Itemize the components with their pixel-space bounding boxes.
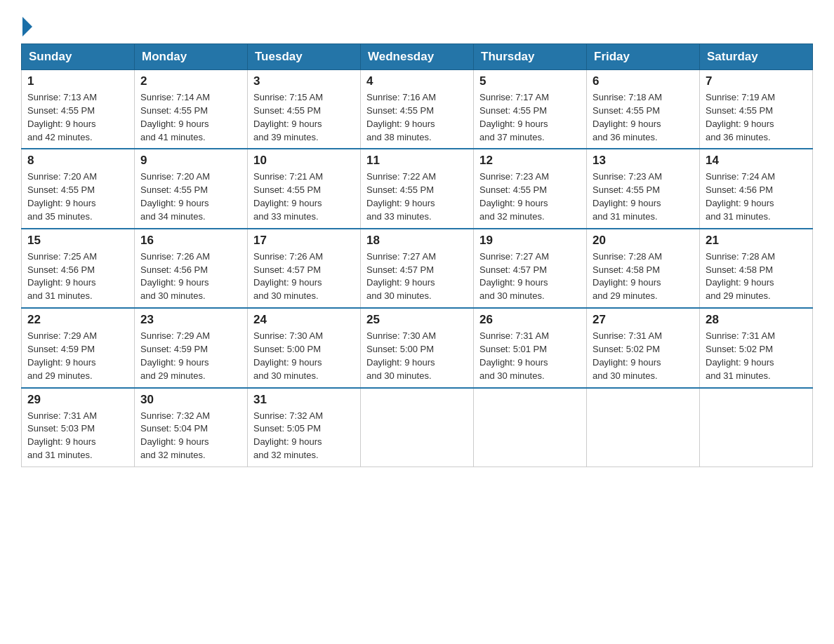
day-info: Sunrise: 7:24 AMSunset: 4:56 PMDaylight:… (706, 170, 807, 223)
calendar-cell: 30Sunrise: 7:32 AMSunset: 5:04 PMDayligh… (135, 388, 248, 467)
day-info: Sunrise: 7:31 AMSunset: 5:02 PMDaylight:… (706, 330, 807, 382)
day-info: Sunrise: 7:25 AMSunset: 4:56 PMDaylight:… (27, 250, 128, 303)
day-number: 17 (253, 234, 355, 248)
day-number: 27 (593, 313, 694, 327)
weekday-header-wednesday: Wednesday (361, 44, 474, 70)
day-number: 2 (140, 74, 241, 88)
day-info: Sunrise: 7:15 AMSunset: 4:55 PMDaylight:… (253, 91, 355, 144)
day-number: 13 (593, 154, 694, 168)
calendar-cell: 7Sunrise: 7:19 AMSunset: 4:55 PMDaylight… (700, 70, 813, 149)
day-info: Sunrise: 7:31 AMSunset: 5:03 PMDaylight:… (27, 410, 128, 462)
day-number: 29 (27, 393, 128, 407)
day-info: Sunrise: 7:32 AMSunset: 5:05 PMDaylight:… (253, 410, 355, 462)
calendar-cell: 11Sunrise: 7:22 AMSunset: 4:55 PMDayligh… (361, 149, 474, 228)
day-info: Sunrise: 7:18 AMSunset: 4:55 PMDaylight:… (593, 91, 694, 144)
calendar-cell: 31Sunrise: 7:32 AMSunset: 5:05 PMDayligh… (248, 388, 361, 467)
day-info: Sunrise: 7:30 AMSunset: 5:00 PMDaylight:… (253, 330, 355, 382)
calendar-cell: 24Sunrise: 7:30 AMSunset: 5:00 PMDayligh… (248, 308, 361, 387)
week-row-2: 8Sunrise: 7:20 AMSunset: 4:55 PMDaylight… (22, 149, 813, 228)
calendar-cell: 22Sunrise: 7:29 AMSunset: 4:59 PMDayligh… (22, 308, 135, 387)
calendar-cell: 28Sunrise: 7:31 AMSunset: 5:02 PMDayligh… (700, 308, 813, 387)
day-number: 23 (140, 313, 241, 327)
day-info: Sunrise: 7:28 AMSunset: 4:58 PMDaylight:… (706, 250, 807, 303)
day-info: Sunrise: 7:29 AMSunset: 4:59 PMDaylight:… (27, 330, 128, 382)
day-number: 5 (479, 74, 581, 88)
day-info: Sunrise: 7:20 AMSunset: 4:55 PMDaylight:… (140, 170, 241, 223)
calendar-cell: 21Sunrise: 7:28 AMSunset: 4:58 PMDayligh… (700, 229, 813, 308)
calendar-cell (587, 388, 700, 467)
day-number: 16 (140, 234, 241, 248)
calendar-cell: 26Sunrise: 7:31 AMSunset: 5:01 PMDayligh… (474, 308, 587, 387)
calendar-cell: 14Sunrise: 7:24 AMSunset: 4:56 PMDayligh… (700, 149, 813, 228)
week-row-3: 15Sunrise: 7:25 AMSunset: 4:56 PMDayligh… (22, 229, 813, 308)
page-header (21, 14, 813, 36)
day-number: 26 (479, 313, 581, 327)
weekday-header-friday: Friday (587, 44, 700, 70)
day-info: Sunrise: 7:27 AMSunset: 4:57 PMDaylight:… (479, 250, 581, 303)
calendar-cell: 23Sunrise: 7:29 AMSunset: 4:59 PMDayligh… (135, 308, 248, 387)
day-number: 15 (27, 234, 128, 248)
calendar-cell: 20Sunrise: 7:28 AMSunset: 4:58 PMDayligh… (587, 229, 700, 308)
calendar-cell: 15Sunrise: 7:25 AMSunset: 4:56 PMDayligh… (22, 229, 135, 308)
day-info: Sunrise: 7:26 AMSunset: 4:56 PMDaylight:… (140, 250, 241, 303)
logo (21, 14, 32, 36)
calendar-table: SundayMondayTuesdayWednesdayThursdayFrid… (21, 43, 813, 467)
day-info: Sunrise: 7:29 AMSunset: 4:59 PMDaylight:… (140, 330, 241, 382)
day-number: 7 (706, 74, 807, 88)
week-row-5: 29Sunrise: 7:31 AMSunset: 5:03 PMDayligh… (22, 388, 813, 467)
weekday-header-thursday: Thursday (474, 44, 587, 70)
day-number: 25 (366, 313, 468, 327)
calendar-cell: 9Sunrise: 7:20 AMSunset: 4:55 PMDaylight… (135, 149, 248, 228)
day-info: Sunrise: 7:28 AMSunset: 4:58 PMDaylight:… (593, 250, 694, 303)
day-number: 22 (27, 313, 128, 327)
logo-arrow-icon (22, 17, 32, 36)
calendar-cell: 10Sunrise: 7:21 AMSunset: 4:55 PMDayligh… (248, 149, 361, 228)
day-number: 14 (706, 154, 807, 168)
day-number: 10 (253, 154, 355, 168)
calendar-cell: 19Sunrise: 7:27 AMSunset: 4:57 PMDayligh… (474, 229, 587, 308)
calendar-cell: 5Sunrise: 7:17 AMSunset: 4:55 PMDaylight… (474, 70, 587, 149)
day-number: 20 (593, 234, 694, 248)
calendar-header-row: SundayMondayTuesdayWednesdayThursdayFrid… (22, 44, 813, 70)
day-info: Sunrise: 7:19 AMSunset: 4:55 PMDaylight:… (706, 91, 807, 144)
day-info: Sunrise: 7:16 AMSunset: 4:55 PMDaylight:… (366, 91, 468, 144)
day-info: Sunrise: 7:23 AMSunset: 4:55 PMDaylight:… (479, 170, 581, 223)
calendar-cell: 25Sunrise: 7:30 AMSunset: 5:00 PMDayligh… (361, 308, 474, 387)
calendar-cell: 2Sunrise: 7:14 AMSunset: 4:55 PMDaylight… (135, 70, 248, 149)
day-number: 12 (479, 154, 581, 168)
day-number: 11 (366, 154, 468, 168)
day-number: 18 (366, 234, 468, 248)
day-info: Sunrise: 7:31 AMSunset: 5:02 PMDaylight:… (593, 330, 694, 382)
calendar-cell: 12Sunrise: 7:23 AMSunset: 4:55 PMDayligh… (474, 149, 587, 228)
day-info: Sunrise: 7:13 AMSunset: 4:55 PMDaylight:… (27, 91, 128, 144)
day-info: Sunrise: 7:20 AMSunset: 4:55 PMDaylight:… (27, 170, 128, 223)
weekday-header-tuesday: Tuesday (248, 44, 361, 70)
calendar-cell: 4Sunrise: 7:16 AMSunset: 4:55 PMDaylight… (361, 70, 474, 149)
day-number: 24 (253, 313, 355, 327)
calendar-cell: 27Sunrise: 7:31 AMSunset: 5:02 PMDayligh… (587, 308, 700, 387)
day-number: 28 (706, 313, 807, 327)
day-number: 1 (27, 74, 128, 88)
day-number: 8 (27, 154, 128, 168)
calendar-cell: 17Sunrise: 7:26 AMSunset: 4:57 PMDayligh… (248, 229, 361, 308)
day-info: Sunrise: 7:31 AMSunset: 5:01 PMDaylight:… (479, 330, 581, 382)
weekday-header-saturday: Saturday (700, 44, 813, 70)
calendar-cell: 29Sunrise: 7:31 AMSunset: 5:03 PMDayligh… (22, 388, 135, 467)
day-number: 21 (706, 234, 807, 248)
calendar-cell: 13Sunrise: 7:23 AMSunset: 4:55 PMDayligh… (587, 149, 700, 228)
weekday-header-sunday: Sunday (22, 44, 135, 70)
weekday-header-monday: Monday (135, 44, 248, 70)
calendar-cell (361, 388, 474, 467)
week-row-1: 1Sunrise: 7:13 AMSunset: 4:55 PMDaylight… (22, 70, 813, 149)
calendar-cell: 16Sunrise: 7:26 AMSunset: 4:56 PMDayligh… (135, 229, 248, 308)
day-number: 31 (253, 393, 355, 407)
day-info: Sunrise: 7:26 AMSunset: 4:57 PMDaylight:… (253, 250, 355, 303)
calendar-cell (700, 388, 813, 467)
day-number: 4 (366, 74, 468, 88)
day-info: Sunrise: 7:30 AMSunset: 5:00 PMDaylight:… (366, 330, 468, 382)
day-number: 19 (479, 234, 581, 248)
day-number: 9 (140, 154, 241, 168)
week-row-4: 22Sunrise: 7:29 AMSunset: 4:59 PMDayligh… (22, 308, 813, 387)
day-number: 3 (253, 74, 355, 88)
day-info: Sunrise: 7:21 AMSunset: 4:55 PMDaylight:… (253, 170, 355, 223)
